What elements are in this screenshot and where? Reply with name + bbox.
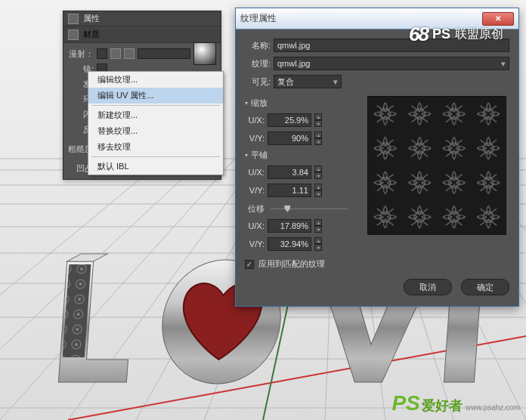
menu-edit-texture[interactable]: 编辑纹理... <box>88 72 223 88</box>
diffuse-label: 漫射： <box>68 48 94 60</box>
offset-ux-input[interactable]: 17.89% <box>268 219 311 233</box>
visible-select[interactable]: 复合 <box>274 75 342 88</box>
spinner[interactable]: ▴▾ <box>314 237 322 251</box>
svg-rect-33 <box>368 97 506 234</box>
panel-tab-material[interactable]: 材质 <box>63 26 221 43</box>
folder-icon[interactable] <box>110 48 121 59</box>
menu-edit-uv[interactable]: 编辑 UV 属性... <box>88 88 223 103</box>
diffuse-swatch[interactable] <box>97 48 107 59</box>
tile-ux-label: U/X: <box>245 168 265 177</box>
tile-ux-input[interactable]: 3.84 <box>268 165 311 179</box>
panel-title-bar[interactable]: 属性 <box>63 11 221 26</box>
panel-title: 属性 <box>83 13 100 24</box>
watermark-top: 68 PS 联盟原创 <box>409 23 503 46</box>
spinner[interactable]: ▴▾ <box>314 165 322 179</box>
apply-matched-label: 应用到匹配的纹理 <box>258 258 325 270</box>
texture-label: 纹理: <box>245 58 271 69</box>
panel-icon <box>68 14 79 24</box>
texture-properties-dialog[interactable]: 纹理属性 ✕ 名称:qmwl.jpg 纹理:qmwl.jpg 可见:复合 缩放 … <box>235 8 519 307</box>
offset-vy-input[interactable]: 32.94% <box>268 237 311 251</box>
menu-replace-texture[interactable]: 替换纹理... <box>88 123 223 139</box>
texture-context-menu[interactable]: 编辑纹理... 编辑 UV 属性... 新建纹理... 替换纹理... 移去纹理… <box>88 71 224 175</box>
scale-ux-label: U/X: <box>245 116 265 125</box>
ok-button[interactable]: 确定 <box>461 279 509 295</box>
offset-vy-label: V/Y: <box>245 239 265 249</box>
menu-default-ibl[interactable]: 默认 IBL <box>88 159 223 174</box>
apply-matched-checkbox[interactable]: ✓ <box>245 260 254 269</box>
tab-label: 材质 <box>83 29 100 40</box>
texture-select[interactable]: qmwl.jpg <box>274 57 509 70</box>
material-icon <box>68 29 79 40</box>
watermark-footer: PS 爱好者 www.psahz.com <box>391 391 520 415</box>
dialog-title: 纹理属性 <box>240 12 277 25</box>
spinner[interactable]: ▴▾ <box>314 184 322 197</box>
scale-ux-input[interactable]: 25.9% <box>268 113 311 127</box>
tile-vy-input[interactable]: 1.11 <box>268 184 311 197</box>
trash-icon[interactable] <box>124 48 135 59</box>
material-preview-sphere <box>193 42 216 65</box>
scale-vy-label: V/Y: <box>245 134 265 143</box>
menu-remove-texture[interactable]: 移去纹理 <box>88 139 223 155</box>
scale-section-header[interactable]: 缩放 <box>245 97 351 109</box>
offset-ux-label: U/X: <box>245 221 265 230</box>
visible-label: 可见: <box>245 76 271 88</box>
scale-vy-input[interactable]: 90% <box>268 131 311 145</box>
spinner[interactable]: ▴▾ <box>314 113 322 127</box>
tile-vy-label: V/Y: <box>245 186 265 195</box>
diffuse-slot[interactable] <box>138 48 190 59</box>
tile-section-header[interactable]: 平铺 <box>245 150 351 161</box>
name-label: 名称: <box>245 40 271 51</box>
texture-preview <box>367 96 506 235</box>
offset-slider[interactable] <box>271 208 348 209</box>
cancel-button[interactable]: 取消 <box>404 279 452 295</box>
offset-label: 位移 <box>245 203 265 215</box>
spinner[interactable]: ▴▾ <box>314 131 322 145</box>
menu-new-texture[interactable]: 新建纹理... <box>88 107 223 123</box>
spinner[interactable]: ▴▾ <box>314 219 322 233</box>
